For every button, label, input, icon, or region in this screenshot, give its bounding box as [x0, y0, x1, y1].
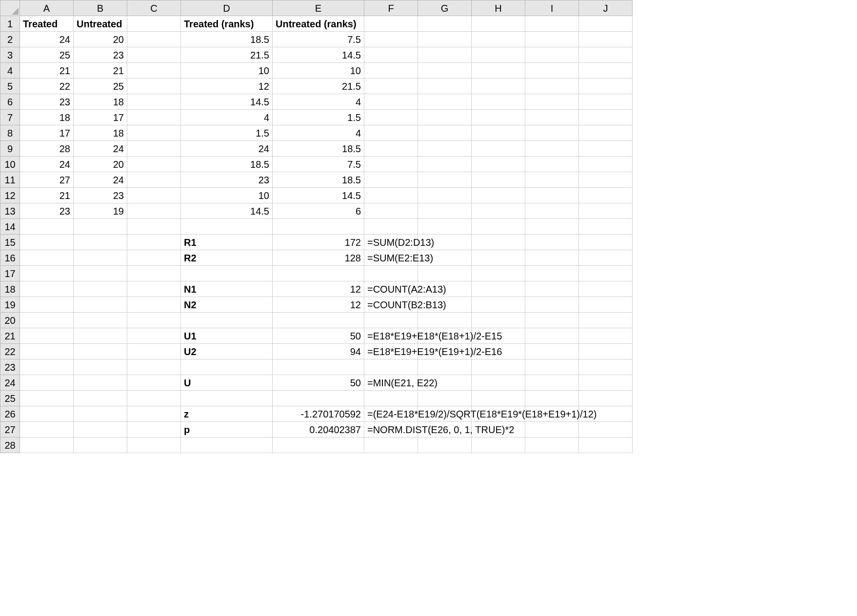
row-header-18[interactable]: 18 — [0, 281, 20, 297]
row-header-7[interactable]: 7 — [0, 110, 20, 125]
cell-C18[interactable] — [127, 281, 181, 297]
row-header-8[interactable]: 8 — [0, 125, 20, 141]
cell-E18[interactable]: 12 — [273, 281, 364, 297]
cell-E6[interactable]: 4 — [273, 94, 364, 110]
cell-I25[interactable] — [525, 391, 579, 406]
cell-E20[interactable] — [273, 313, 364, 328]
row-header-9[interactable]: 9 — [0, 141, 20, 157]
cell-F17[interactable] — [364, 266, 418, 281]
cell-C19[interactable] — [127, 297, 181, 313]
cell-J28[interactable] — [579, 437, 633, 453]
row-header-1[interactable]: 1 — [0, 16, 20, 32]
row-header-21[interactable]: 21 — [0, 328, 20, 344]
cell-H25[interactable] — [472, 391, 525, 406]
cell-E15[interactable]: 172 — [273, 235, 364, 250]
cell-J12[interactable] — [579, 188, 633, 203]
cell-I20[interactable] — [525, 313, 579, 328]
cell-A13[interactable]: 23 — [20, 203, 74, 219]
cell-D19[interactable]: N2 — [181, 297, 273, 313]
cell-G12[interactable] — [418, 188, 472, 203]
cell-G2[interactable] — [418, 32, 472, 47]
cell-F18[interactable]: =COUNT(A2:A13) — [364, 281, 418, 297]
cell-A1[interactable]: Treated — [20, 16, 74, 32]
cell-H16[interactable] — [472, 250, 525, 266]
cell-A4[interactable]: 21 — [20, 63, 74, 79]
cell-D1[interactable]: Treated (ranks) — [181, 16, 273, 32]
column-header-A[interactable]: A — [20, 0, 74, 16]
row-header-3[interactable]: 3 — [0, 47, 20, 63]
row-header-26[interactable]: 26 — [0, 406, 20, 422]
row-header-17[interactable]: 17 — [0, 266, 20, 281]
cell-A8[interactable]: 17 — [20, 125, 74, 141]
cell-D4[interactable]: 10 — [181, 63, 273, 79]
cell-B6[interactable]: 18 — [74, 94, 127, 110]
cell-C22[interactable] — [127, 344, 181, 359]
cell-E25[interactable] — [273, 391, 364, 406]
cell-C17[interactable] — [127, 266, 181, 281]
cell-F6[interactable] — [364, 94, 418, 110]
cell-I4[interactable] — [525, 63, 579, 79]
cell-A15[interactable] — [20, 235, 74, 250]
cell-C26[interactable] — [127, 406, 181, 422]
cell-C27[interactable] — [127, 422, 181, 437]
cell-E1[interactable]: Untreated (ranks) — [273, 16, 364, 32]
cell-B8[interactable]: 18 — [74, 125, 127, 141]
cell-J10[interactable] — [579, 157, 633, 172]
cell-D15[interactable]: R1 — [181, 235, 273, 250]
cell-J20[interactable] — [579, 313, 633, 328]
cell-G1[interactable] — [418, 16, 472, 32]
cell-H15[interactable] — [472, 235, 525, 250]
column-header-F[interactable]: F — [364, 0, 418, 16]
cell-F15[interactable]: =SUM(D2:D13) — [364, 235, 418, 250]
cell-I9[interactable] — [525, 141, 579, 157]
cell-C11[interactable] — [127, 172, 181, 188]
cell-D26[interactable]: z — [181, 406, 273, 422]
cell-F1[interactable] — [364, 16, 418, 32]
cell-C5[interactable] — [127, 79, 181, 94]
cell-C6[interactable] — [127, 94, 181, 110]
cell-I1[interactable] — [525, 16, 579, 32]
cell-D24[interactable]: U — [181, 375, 273, 391]
cell-B1[interactable]: Untreated — [74, 16, 127, 32]
cell-C28[interactable] — [127, 437, 181, 453]
cell-A14[interactable] — [20, 219, 74, 235]
cell-B20[interactable] — [74, 313, 127, 328]
cell-I22[interactable] — [525, 344, 579, 359]
cell-B22[interactable] — [74, 344, 127, 359]
spreadsheet-grid[interactable]: ABCDEFGHIJ1TreatedUntreatedTreated (rank… — [0, 0, 633, 453]
cell-A3[interactable]: 25 — [20, 47, 74, 63]
cell-C23[interactable] — [127, 359, 181, 375]
cell-J8[interactable] — [579, 125, 633, 141]
cell-C2[interactable] — [127, 32, 181, 47]
cell-H18[interactable] — [472, 281, 525, 297]
cell-F21[interactable]: =E18*E19+E18*(E18+1)/2-E15 — [364, 328, 418, 344]
cell-G9[interactable] — [418, 141, 472, 157]
cell-G7[interactable] — [418, 110, 472, 125]
cell-F25[interactable] — [364, 391, 418, 406]
cell-I6[interactable] — [525, 94, 579, 110]
cell-D7[interactable]: 4 — [181, 110, 273, 125]
cell-G25[interactable] — [418, 391, 472, 406]
cell-C7[interactable] — [127, 110, 181, 125]
row-header-13[interactable]: 13 — [0, 203, 20, 219]
cell-E8[interactable]: 4 — [273, 125, 364, 141]
cell-J2[interactable] — [579, 32, 633, 47]
cell-I14[interactable] — [525, 219, 579, 235]
cell-I16[interactable] — [525, 250, 579, 266]
cell-A9[interactable]: 28 — [20, 141, 74, 157]
cell-D25[interactable] — [181, 391, 273, 406]
cell-I18[interactable] — [525, 281, 579, 297]
cell-B10[interactable]: 20 — [74, 157, 127, 172]
cell-C24[interactable] — [127, 375, 181, 391]
cell-A22[interactable] — [20, 344, 74, 359]
cell-F11[interactable] — [364, 172, 418, 188]
cell-F24[interactable]: =MIN(E21, E22) — [364, 375, 418, 391]
cell-B19[interactable] — [74, 297, 127, 313]
cell-D20[interactable] — [181, 313, 273, 328]
row-header-15[interactable]: 15 — [0, 235, 20, 250]
cell-A23[interactable] — [20, 359, 74, 375]
cell-F23[interactable] — [364, 359, 418, 375]
column-header-C[interactable]: C — [127, 0, 181, 16]
cell-C4[interactable] — [127, 63, 181, 79]
cell-G23[interactable] — [418, 359, 472, 375]
